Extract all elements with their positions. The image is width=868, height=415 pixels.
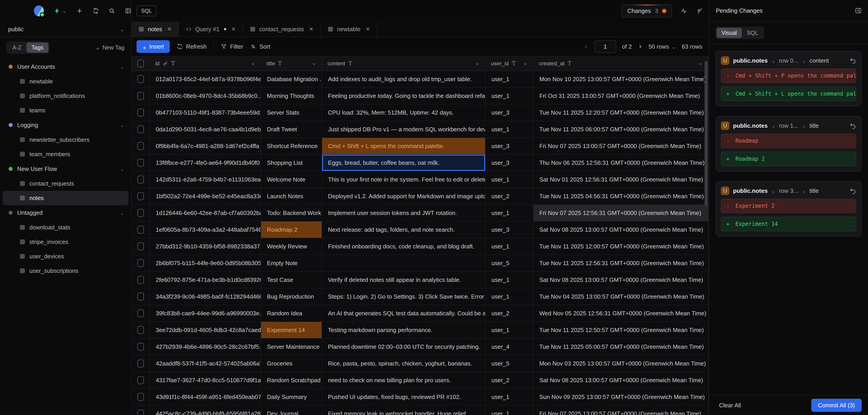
close-tab-icon[interactable]: ✕ xyxy=(231,26,236,32)
cell-title[interactable]: Bug Reproduction xyxy=(261,288,322,305)
cell-id[interactable]: 2b6bf075-b115-44fe-9e60-0d95b08b3059 xyxy=(150,255,261,271)
cell-created[interactable]: Tue Nov 11 2025 12:00:57 GMT+0000 (Green… xyxy=(533,238,709,255)
cell-user[interactable]: user_2 xyxy=(486,372,533,388)
scrollbar-thumb[interactable] xyxy=(705,61,708,206)
cell-created[interactable]: Mon Nov 10 2025 13:00:57 GMT+0000 (Green… xyxy=(533,71,709,87)
cell-id[interactable]: 0f9bb4fa-6a7c-4981-a288-1d67ef2c4ffa xyxy=(150,138,261,154)
row-checkbox[interactable] xyxy=(131,155,150,171)
sidebar-item-stripe_invoices[interactable]: stripe_invoices xyxy=(3,235,128,249)
cell-id[interactable]: 1d126446-6e60-42ee-87ab-cf7a60392ba9 xyxy=(150,205,261,221)
cell-title[interactable]: Todo: Backend Work xyxy=(261,205,322,221)
row-checkbox[interactable] xyxy=(131,71,150,87)
cell-id[interactable]: 1ef0605a-8b73-409a-a3a2-448abaf75469 xyxy=(150,222,261,238)
cell-title[interactable]: Random Scratchpad xyxy=(261,372,322,388)
cell-content[interactable]: Next release: add tags, folders, and not… xyxy=(322,222,486,238)
cell-created[interactable]: Mon Nov 03 2025 13:00:57 GMT+0000 (Green… xyxy=(533,355,709,372)
cell-id[interactable]: 01b8600c-08eb-4970-8dc4-35b68b9c0... xyxy=(150,88,261,104)
tag-group-header[interactable]: Logging xyxy=(3,118,128,132)
cell-user[interactable]: user_1 xyxy=(486,406,533,415)
sidebar-item-download_stats[interactable]: download_stats xyxy=(3,220,128,235)
insert-button[interactable]: Insert xyxy=(136,40,170,53)
cell-content[interactable]: Add indexes to audit_logs and drop old t… xyxy=(322,71,486,87)
cell-user[interactable]: user_1 xyxy=(486,88,533,104)
cell-title[interactable]: Random Idea xyxy=(261,305,322,321)
row-checkbox[interactable] xyxy=(131,272,150,288)
page-size-dropdown[interactable]: 50 rows xyxy=(649,43,676,50)
new-tag-button[interactable]: New Tag xyxy=(96,44,124,51)
cell-content[interactable]: This is your first note in the system. F… xyxy=(322,171,486,188)
cell-id[interactable]: 27bbd312-9b10-4359-bf58-8982338a37... xyxy=(150,238,261,255)
close-tab-icon[interactable]: ✕ xyxy=(309,26,313,32)
cell-title[interactable]: Weekly Review xyxy=(261,238,322,255)
collapse-panel-icon[interactable] xyxy=(855,7,862,14)
cell-title[interactable]: Server Maintenance xyxy=(261,339,322,355)
sidebar-item-teams[interactable]: teams xyxy=(3,103,128,118)
cell-user[interactable]: user_3 xyxy=(486,104,533,121)
sidebar-item-contact_requests[interactable]: contact_requests xyxy=(3,176,128,191)
row-checkbox[interactable] xyxy=(131,406,150,415)
activity-icon[interactable] xyxy=(681,7,687,14)
cell-content[interactable]: Deployed v1.2. Added support for Markdow… xyxy=(322,188,486,204)
cell-user[interactable]: user_3 xyxy=(486,155,533,171)
cell-user[interactable]: user_2 xyxy=(486,188,533,204)
cell-id[interactable]: 142d5311-e2a6-4759-b4b7-e1131063ea10 xyxy=(150,171,261,188)
row-checkbox[interactable] xyxy=(131,121,150,137)
sidebar-item-newsletter_subscribers[interactable]: newsletter_subscribers xyxy=(3,132,128,147)
tag-group-header[interactable]: Untagged xyxy=(3,205,128,220)
cell-user[interactable]: user_5 xyxy=(486,255,533,271)
tab-notes[interactable]: notes✕ xyxy=(131,22,179,37)
cell-id[interactable]: 0b477103-5110-49f1-8387-73b4eee59d1f xyxy=(150,104,261,121)
cell-created[interactable]: Tue Nov 11 2025 12:56:31 GMT+0000 (Green… xyxy=(533,255,709,271)
cell-title[interactable]: Daily Summary xyxy=(261,389,322,405)
cell-id[interactable]: 4317fae7-3627-47d0-8cc5-510677d9f1a4 xyxy=(150,372,261,388)
prev-page-button[interactable] xyxy=(584,44,589,49)
sidebar-item-user_devices[interactable]: user_devices xyxy=(3,249,128,263)
cell-content[interactable]: Just shipped DB Pro v1 — a modern SQL wo… xyxy=(322,121,486,137)
sidebar-item-notes[interactable]: notes xyxy=(3,191,128,205)
ai-sparkles-icon[interactable] xyxy=(696,7,703,14)
cell-user[interactable]: user_4 xyxy=(486,339,533,355)
cell-content[interactable]: CPU load: 32%, Mem: 512MB, Uptime: 42 da… xyxy=(322,104,486,121)
cell-user[interactable]: user_1 xyxy=(486,121,533,137)
column-header-created[interactable]: created_atT xyxy=(533,57,709,70)
cell-user[interactable]: user_1 xyxy=(486,389,533,405)
cell-user[interactable]: user_1 xyxy=(486,322,533,338)
cell-id[interactable]: 2fe60792-875e-471a-be3b-b1d0cd83926c xyxy=(150,272,261,288)
row-checkbox[interactable] xyxy=(131,389,150,405)
cell-user[interactable]: user_1 xyxy=(486,288,533,305)
cell-created[interactable]: Thu Nov 06 2025 12:56:31 GMT+0000 (Green… xyxy=(533,155,709,171)
cell-content[interactable]: Cmd + Shift + L opens the command palett… xyxy=(322,138,486,154)
sidebar-item-platform_notifications[interactable]: platform_notifications xyxy=(3,89,128,103)
row-checkbox[interactable] xyxy=(131,288,150,305)
cell-created[interactable]: Sat Nov 08 2025 13:00:57 GMT+0000 (Green… xyxy=(533,222,709,238)
cell-created[interactable]: Fri Nov 07 2025 13:00:57 GMT+0000 (Green… xyxy=(533,406,709,415)
sidebar-item-user_subscriptions[interactable]: user_subscriptions xyxy=(3,263,128,278)
cell-id[interactable]: 39fc83b8-cae9-44ee-99d6-a96990003e... xyxy=(150,305,261,321)
cell-content[interactable]: Finished onboarding docs, code cleanup, … xyxy=(322,238,486,255)
cell-id[interactable]: 13f8fbce-e277-4fe0-ae64-9f90d1db40f0 xyxy=(150,155,261,171)
cell-id[interactable]: 42aaddf8-537f-41f5-ac42-574025ab06a7 xyxy=(150,355,261,372)
filter-button[interactable]: Filter xyxy=(221,43,243,50)
cell-id[interactable]: 34a3f239-9c06-4985-ba0f-fc128294d466 xyxy=(150,288,261,305)
cell-created[interactable]: Tue Nov 04 2025 13:00:57 GMT+0000 (Green… xyxy=(533,288,709,305)
row-checkbox[interactable] xyxy=(131,171,150,188)
column-header-content[interactable]: contentT xyxy=(322,57,486,70)
cell-title[interactable]: Dev Journal xyxy=(261,406,322,415)
cell-content[interactable]: Pushed UI updates, fixed bugs, reviewed … xyxy=(322,389,486,405)
sidebar-item-team_members[interactable]: team_members xyxy=(3,147,128,161)
cell-content[interactable]: Planned downtime 02:00–03:00 UTC for sec… xyxy=(322,339,486,355)
cell-id[interactable]: 012a0173-65c2-44ef-b87a-9378b096f4ec xyxy=(150,71,261,87)
cell-user[interactable]: user_2 xyxy=(486,305,533,321)
cell-user[interactable]: user_1 xyxy=(486,71,533,87)
row-checkbox[interactable] xyxy=(131,205,150,221)
cell-user[interactable]: user_1 xyxy=(486,171,533,188)
cell-created[interactable]: Tue Nov 11 2025 05:00:57 GMT+0000 (Green… xyxy=(533,339,709,355)
cell-created[interactable]: Fri Nov 07 2025 13:00:57 GMT+0000 (Green… xyxy=(533,138,709,154)
cell-created[interactable]: Tue Nov 11 2025 12:50:57 GMT+0000 (Green… xyxy=(533,322,709,338)
row-checkbox[interactable] xyxy=(131,222,150,238)
commit-all-button[interactable]: Commit All (3) xyxy=(811,399,862,412)
cell-created[interactable]: Tue Nov 11 2025 04:56:31 GMT+0000 (Green… xyxy=(533,188,709,204)
toggle-tags[interactable]: Tags xyxy=(26,42,49,53)
row-checkbox[interactable] xyxy=(131,355,150,372)
cell-title[interactable]: Launch Notes xyxy=(261,188,322,204)
